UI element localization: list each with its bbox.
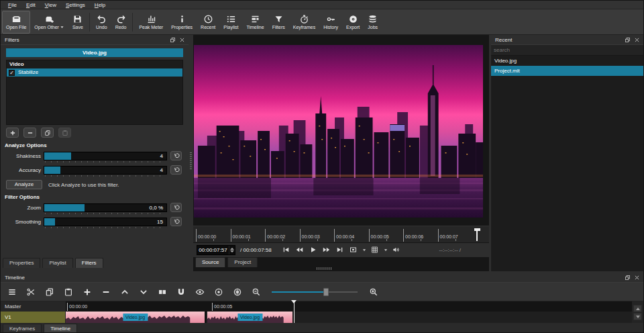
jobs-button[interactable]: Jobs — [364, 11, 382, 34]
recent-panel-title-text: Recent — [495, 37, 512, 43]
paste-filters-button[interactable] — [58, 128, 71, 138]
skip-to-end-button[interactable] — [335, 244, 345, 255]
split-button[interactable] — [156, 285, 168, 299]
history-button[interactable]: History — [319, 11, 342, 34]
filter-enabled-checkbox[interactable]: ✓ — [9, 70, 15, 76]
timeline-zoom-out-button[interactable] — [250, 285, 262, 299]
menu-edit[interactable]: Edit — [21, 1, 40, 9]
export-button[interactable]: Export — [342, 11, 364, 34]
copy-icon — [45, 287, 54, 297]
chevron-down-icon[interactable] — [362, 248, 366, 252]
timeline-zoom-in-button[interactable] — [368, 285, 379, 299]
copy-button[interactable] — [44, 285, 55, 299]
menu-view[interactable]: View — [40, 1, 61, 9]
float-icon[interactable] — [625, 37, 631, 43]
skip-to-start-button[interactable] — [281, 244, 291, 255]
scroll-down-button[interactable] — [633, 313, 642, 320]
tab-keyframes[interactable]: Keyframes — [3, 324, 42, 333]
zoom-slider-handle[interactable] — [323, 288, 329, 296]
float-icon[interactable] — [625, 275, 631, 281]
v1-track-head[interactable]: V1 — [1, 312, 65, 323]
accuracy-slider[interactable]: 4 — [44, 166, 167, 175]
peak-meter-button[interactable]: Peak Meter — [135, 11, 167, 34]
chevron-down-icon[interactable] — [383, 248, 388, 252]
save-button[interactable]: Save — [68, 11, 87, 34]
search-input[interactable] — [491, 45, 643, 55]
recent-item-video[interactable]: Video.jpg — [491, 56, 643, 66]
timeline-clip-2[interactable]: Video.jpg — [207, 312, 294, 323]
analyze-button[interactable]: Analyze — [6, 180, 42, 189]
timeline-menu-button[interactable] — [6, 285, 17, 299]
rewind-button[interactable] — [294, 244, 305, 255]
tab-project[interactable]: Project — [227, 257, 258, 267]
toolbar-separator — [89, 13, 90, 32]
recent-item-project[interactable]: Project.mlt — [491, 66, 643, 76]
timeline-ruler[interactable]: 00:00:00 00:00:05 — [66, 301, 632, 312]
tab-timeline[interactable]: Timeline — [44, 324, 77, 333]
vertical-splitter[interactable] — [189, 35, 193, 271]
paste-button[interactable] — [62, 285, 74, 299]
fast-forward-button[interactable] — [321, 244, 331, 255]
properties-button[interactable]: Properties — [167, 11, 197, 34]
reset-icon — [173, 204, 180, 211]
tab-playlist[interactable]: Playlist — [42, 258, 72, 268]
overwrite-button[interactable] — [138, 285, 149, 299]
append-button[interactable] — [81, 285, 93, 299]
accuracy-reset-button[interactable] — [170, 165, 182, 175]
shakiness-slider[interactable]: 4 — [44, 152, 167, 160]
time-spinner[interactable] — [229, 246, 235, 254]
scrub-while-dragging-toggle[interactable] — [194, 285, 205, 299]
close-icon[interactable] — [634, 275, 640, 281]
menu-settings[interactable]: Settings — [61, 1, 90, 9]
player-playhead[interactable] — [474, 228, 480, 242]
scroll-up-button[interactable] — [633, 305, 642, 312]
timeline-zoom-slider[interactable] — [272, 285, 358, 299]
redo-button[interactable]: Redo — [111, 11, 131, 34]
tab-filters[interactable]: Filters — [75, 258, 103, 268]
spin-down-icon[interactable] — [230, 250, 234, 252]
current-time-spinbox[interactable]: 00:00:07:57 — [197, 245, 235, 255]
horizontal-splitter-grip[interactable] — [317, 267, 333, 270]
smoothing-slider[interactable]: 15 — [44, 218, 167, 226]
lift-button[interactable] — [119, 285, 130, 299]
zoom-reset-button[interactable] — [170, 203, 182, 212]
volume-button[interactable] — [391, 244, 401, 255]
ripple-delete-button[interactable] — [100, 285, 111, 299]
remove-filter-button[interactable] — [23, 128, 36, 138]
ruler-mark: 00:00:00 — [67, 303, 87, 311]
spin-up-icon[interactable] — [230, 248, 234, 250]
undo-button[interactable]: Undo — [92, 11, 111, 34]
master-track-head[interactable]: Master — [1, 301, 65, 312]
chevron-down-icon — [60, 25, 64, 30]
close-icon[interactable] — [634, 37, 640, 43]
add-filter-button[interactable] — [6, 128, 19, 138]
ripple-all-toggle[interactable] — [231, 285, 243, 299]
zoom-fit-button[interactable] — [348, 244, 358, 255]
zoom-slider[interactable]: 0,0 % — [44, 203, 167, 212]
snap-toggle[interactable] — [175, 285, 186, 299]
smoothing-reset-button[interactable] — [170, 217, 182, 226]
ripple-toggle[interactable] — [213, 285, 224, 299]
keyframes-button[interactable]: Keyframes — [289, 11, 319, 34]
shakiness-reset-button[interactable] — [170, 151, 182, 160]
grid-button[interactable] — [370, 244, 380, 255]
copy-filters-button[interactable] — [41, 128, 54, 138]
tab-properties[interactable]: Properties — [3, 258, 40, 268]
menu-file[interactable]: File — [3, 1, 21, 9]
play-button[interactable] — [308, 244, 318, 255]
open-file-button[interactable]: Open File — [2, 11, 30, 34]
filter-row-stabilize[interactable]: ✓ Stabilize — [7, 68, 182, 77]
cut-button[interactable] — [25, 285, 36, 299]
close-icon[interactable] — [179, 37, 185, 43]
open-other-button[interactable]: Open Other — [30, 11, 68, 34]
timeline-button[interactable]: Timeline — [242, 11, 268, 34]
timeline-clip-1[interactable]: Video.jpg — [66, 312, 206, 323]
playlist-button[interactable]: Playlist — [219, 11, 242, 34]
float-icon[interactable] — [170, 37, 176, 43]
tab-source[interactable]: Source — [195, 257, 225, 267]
menu-help[interactable]: Help — [90, 1, 110, 9]
player-scrub-bar[interactable]: 00:00:00 00:00:01 00:00:02 00:00:03 00:0… — [193, 226, 489, 242]
jobs-stack-icon — [368, 14, 378, 24]
recent-button[interactable]: Recent — [197, 11, 219, 34]
filters-button[interactable]: Filters — [268, 11, 289, 34]
